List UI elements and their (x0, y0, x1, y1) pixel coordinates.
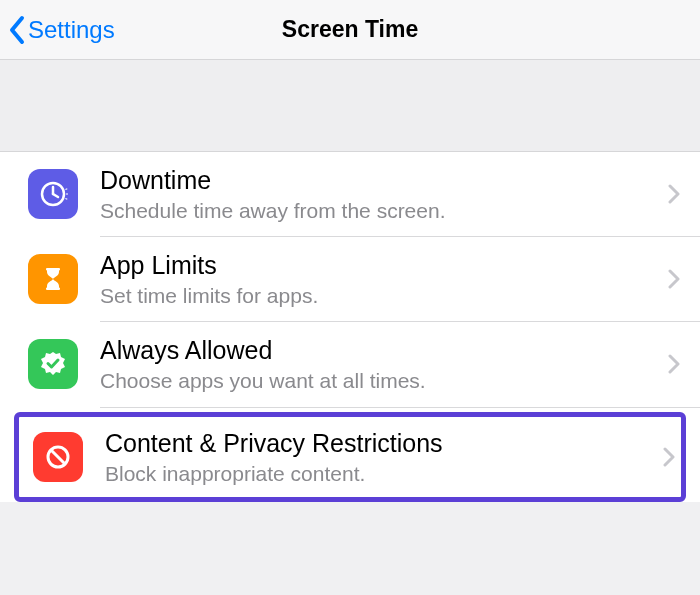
svg-line-5 (65, 199, 67, 200)
svg-line-2 (53, 194, 58, 197)
row-app-limits[interactable]: App Limits Set time limits for apps. (0, 237, 700, 321)
chevron-right-icon (668, 354, 680, 374)
row-subtitle: Block inappropriate content. (105, 461, 651, 486)
row-title: Always Allowed (100, 335, 656, 365)
settings-list: Downtime Schedule time away from the scr… (0, 152, 700, 502)
row-subtitle: Set time limits for apps. (100, 283, 656, 308)
back-button[interactable]: Settings (8, 15, 115, 45)
back-label: Settings (28, 16, 115, 44)
row-title: Downtime (100, 165, 656, 195)
row-subtitle: Schedule time away from the screen. (100, 198, 656, 223)
hourglass-icon (28, 254, 78, 304)
row-content-privacy[interactable]: Content & Privacy Restrictions Block ina… (14, 412, 686, 502)
svg-rect-7 (46, 288, 60, 291)
no-entry-icon (33, 432, 83, 482)
page-title: Screen Time (282, 16, 418, 43)
chevron-right-icon (668, 269, 680, 289)
row-downtime[interactable]: Downtime Schedule time away from the scr… (0, 152, 700, 236)
nav-bar: Settings Screen Time (0, 0, 700, 60)
svg-line-4 (65, 189, 67, 190)
row-title: App Limits (100, 250, 656, 280)
chevron-left-icon (8, 15, 26, 45)
row-always-allowed[interactable]: Always Allowed Choose apps you want at a… (0, 322, 700, 406)
row-subtitle: Choose apps you want at all times. (100, 368, 656, 393)
separator (100, 407, 700, 408)
chevron-right-icon (668, 184, 680, 204)
downtime-icon (28, 169, 78, 219)
svg-line-9 (51, 450, 65, 464)
chevron-right-icon (663, 447, 675, 467)
svg-rect-6 (46, 268, 60, 271)
section-gap (0, 60, 700, 152)
check-badge-icon (28, 339, 78, 389)
row-title: Content & Privacy Restrictions (105, 428, 651, 458)
